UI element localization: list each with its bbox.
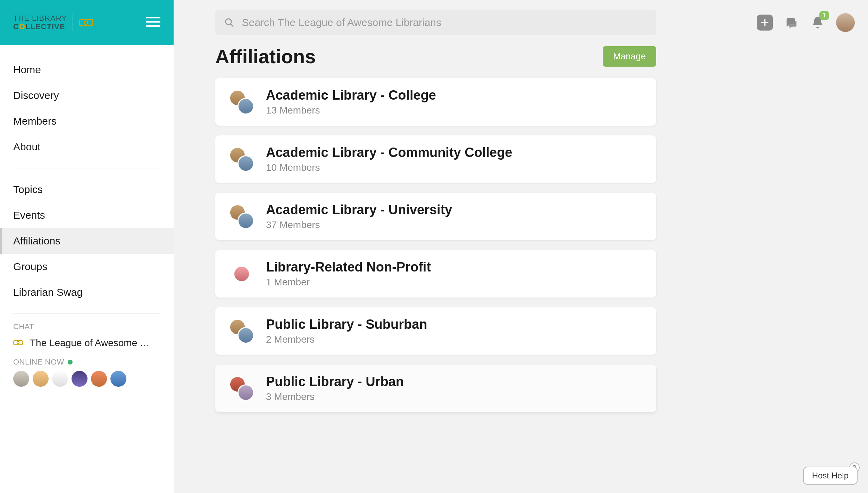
svg-line-8	[231, 24, 233, 26]
online-heading: ONLINE NOW	[13, 358, 160, 367]
card-avatars	[229, 147, 254, 172]
affiliation-members: 13 Members	[266, 105, 436, 116]
avatar[interactable]	[110, 371, 126, 387]
svg-point-6	[17, 341, 19, 344]
affiliation-members: 2 Members	[266, 334, 427, 345]
nav-events[interactable]: Events	[0, 202, 174, 228]
main: 1 Affiliations Manage Academic Library -…	[174, 0, 868, 493]
nav-librarian-swag[interactable]: Librarian Swag	[0, 279, 174, 305]
notification-count-badge: 1	[819, 11, 829, 20]
chat-channel-icon	[13, 338, 23, 349]
chat-heading: CHAT	[13, 322, 160, 331]
svg-rect-2	[146, 17, 160, 18]
affiliation-card[interactable]: Academic Library - College 13 Members	[215, 78, 656, 126]
host-help-button[interactable]: Host Help	[803, 467, 858, 485]
menu-toggle-icon[interactable]	[146, 16, 160, 29]
card-avatars	[229, 376, 254, 401]
affiliation-name: Academic Library - Community College	[266, 145, 512, 160]
nav-members[interactable]: Members	[0, 108, 174, 134]
primary-nav: Home Discovery Members About Topics Even…	[0, 45, 174, 322]
online-avatars	[13, 371, 160, 387]
avatar[interactable]	[13, 371, 29, 387]
nav-affiliations[interactable]: Affiliations	[0, 228, 174, 254]
chat-icon	[784, 16, 798, 30]
affiliation-members: 3 Members	[266, 391, 404, 402]
chat-channel-label: The League of Awesome …	[30, 337, 150, 349]
affiliation-card[interactable]: Public Library - Urban 3 Members	[215, 365, 656, 412]
nav-separator	[13, 314, 160, 314]
card-avatars	[229, 319, 254, 344]
affiliation-name: Academic Library - University	[266, 202, 452, 217]
card-avatars	[229, 261, 254, 286]
nav-about[interactable]: About	[0, 134, 174, 160]
topbar-icons: 1	[757, 13, 855, 32]
manage-button[interactable]: Manage	[603, 46, 656, 67]
online-indicator-icon	[68, 360, 73, 365]
search-box[interactable]	[215, 10, 656, 35]
search-icon	[224, 17, 234, 28]
avatar[interactable]	[72, 371, 87, 387]
sidebar-header: THE LIBRARY COLLECTIVE	[0, 0, 174, 45]
nav-topics[interactable]: Topics	[0, 177, 174, 202]
logo-text: THE LIBRARY COLLECTIVE	[13, 14, 67, 31]
user-avatar[interactable]	[836, 13, 855, 32]
svg-point-1	[84, 21, 88, 24]
affiliation-name: Public Library - Suburban	[266, 317, 427, 332]
affiliation-name: Library-Related Non-Profit	[266, 260, 431, 275]
affiliation-card[interactable]: Academic Library - University 37 Members	[215, 193, 656, 240]
nav-groups[interactable]: Groups	[0, 254, 174, 279]
card-avatars	[229, 204, 254, 229]
affiliation-members: 37 Members	[266, 219, 452, 231]
avatar[interactable]	[52, 371, 68, 387]
affiliation-list: Academic Library - College 13 Members Ac…	[215, 78, 656, 412]
svg-rect-4	[146, 25, 160, 27]
affiliation-card[interactable]: Library-Related Non-Profit 1 Member	[215, 250, 656, 298]
logo-divider	[73, 14, 73, 31]
avatar[interactable]	[91, 371, 107, 387]
nav-home[interactable]: Home	[0, 57, 174, 83]
chat-section: CHAT The League of Awesome … ONLINE NOW	[0, 322, 174, 387]
search-input[interactable]	[242, 17, 647, 28]
topbar: 1	[174, 0, 868, 45]
avatar[interactable]	[33, 371, 49, 387]
nav-separator	[13, 168, 160, 168]
nav-discovery[interactable]: Discovery	[0, 83, 174, 108]
logo[interactable]: THE LIBRARY COLLECTIVE	[13, 14, 93, 31]
plus-icon	[760, 18, 769, 27]
logo-badge-icon	[79, 17, 93, 28]
sidebar: THE LIBRARY COLLECTIVE Home Discovery Me…	[0, 0, 174, 493]
notifications-button[interactable]: 1	[810, 15, 826, 31]
messages-button[interactable]	[783, 15, 799, 31]
page-header: Affiliations Manage	[215, 45, 656, 68]
content: Affiliations Manage Academic Library - C…	[174, 45, 868, 426]
affiliation-name: Academic Library - College	[266, 88, 436, 103]
add-button[interactable]	[757, 15, 773, 31]
affiliation-members: 10 Members	[266, 162, 512, 173]
svg-rect-3	[146, 21, 160, 23]
card-avatars	[229, 90, 254, 115]
affiliation-card[interactable]: Academic Library - Community College 10 …	[215, 135, 656, 183]
chat-channel[interactable]: The League of Awesome …	[13, 337, 160, 349]
page-title: Affiliations	[215, 45, 316, 68]
affiliation-card[interactable]: Public Library - Suburban 2 Members	[215, 307, 656, 355]
affiliation-name: Public Library - Urban	[266, 374, 404, 389]
affiliation-members: 1 Member	[266, 277, 431, 288]
